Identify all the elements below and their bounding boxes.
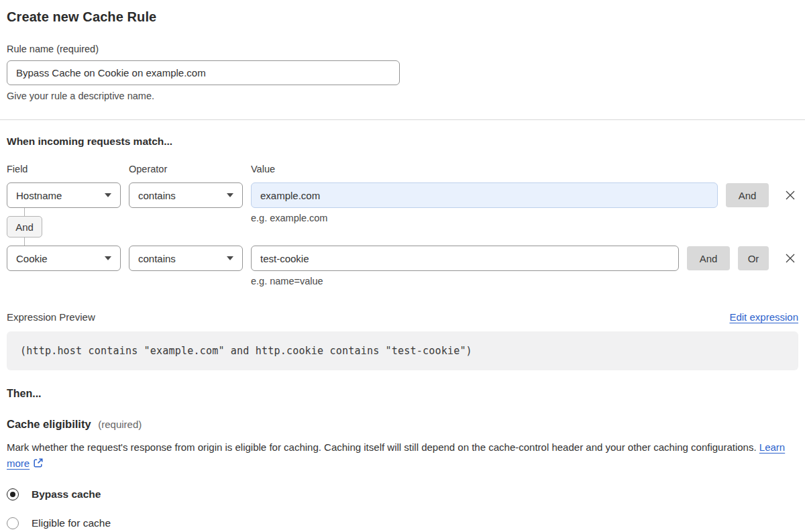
chevron-down-icon [227, 193, 233, 197]
connector-line [24, 208, 25, 216]
chevron-down-icon [105, 193, 111, 197]
condition-row-1: Hostname contains And [7, 182, 798, 208]
radio-label: Bypass cache [32, 488, 101, 500]
value-hint: e.g. name=value [251, 276, 323, 286]
field-select[interactable]: Hostname [7, 182, 121, 208]
value-input[interactable] [251, 246, 679, 271]
remove-condition-button[interactable] [782, 250, 798, 266]
remove-condition-button[interactable] [782, 187, 798, 203]
radio-unselected-icon[interactable] [7, 517, 19, 529]
operator-select[interactable]: contains [129, 246, 243, 271]
field-column-label: Field [7, 164, 121, 174]
cache-eligibility-description: Mark whether the request's response from… [7, 439, 786, 472]
expression-code-block: (http.host contains "example.com" and ht… [7, 331, 798, 370]
hint-band: e.g. name=value [7, 271, 798, 287]
edit-expression-link[interactable]: Edit expression [729, 311, 798, 323]
cache-eligibility-heading: Cache eligibility (required) [7, 418, 798, 431]
condition-row-2: Cookie contains And Or [7, 246, 798, 271]
add-or-condition-button[interactable]: Or [738, 246, 769, 270]
create-cache-rule-page: Create new Cache Rule Rule name (require… [0, 0, 805, 532]
value-hint: e.g. example.com [251, 213, 327, 223]
option-eligible-for-cache[interactable]: Eligible for cache [7, 517, 111, 529]
radio-label: Eligible for cache [32, 517, 111, 529]
x-icon [784, 189, 797, 202]
cache-eligibility-title: Cache eligibility [7, 418, 91, 430]
description-text: Mark whether the request's response from… [7, 441, 757, 453]
connector-line [24, 237, 25, 246]
add-and-condition-button[interactable]: And [726, 183, 769, 207]
page-title: Create new Cache Rule [7, 9, 798, 25]
option-bypass-cache[interactable]: Bypass cache [7, 488, 101, 500]
external-link-icon [33, 458, 44, 468]
section-divider [0, 119, 805, 120]
operator-select[interactable]: contains [129, 182, 243, 208]
operator-select-value: contains [138, 190, 176, 201]
field-select-value: Cookie [16, 253, 48, 264]
rule-name-helper: Give your rule a descriptive name. [7, 91, 798, 101]
condition-column-headers: Field Operator Value [7, 164, 798, 174]
rule-name-label: Rule name (required) [7, 44, 798, 54]
x-icon [784, 252, 797, 265]
expression-preview-header: Expression Preview Edit expression [7, 311, 798, 323]
radio-selected-icon[interactable] [7, 488, 19, 500]
value-column-label: Value [251, 164, 275, 174]
value-input[interactable] [251, 182, 718, 208]
chevron-down-icon [105, 256, 111, 260]
chevron-down-icon [227, 256, 233, 260]
connector-band: And e.g. example.com [7, 208, 798, 246]
field-select-value: Hostname [16, 190, 62, 201]
expression-preview-label: Expression Preview [7, 311, 95, 323]
operator-select-value: contains [138, 253, 176, 264]
required-note: (required) [98, 419, 142, 430]
match-heading: When incoming requests match... [7, 136, 798, 148]
then-heading: Then... [7, 388, 798, 400]
connector-and-button[interactable]: And [7, 216, 42, 237]
operator-column-label: Operator [129, 164, 243, 174]
field-select[interactable]: Cookie [7, 246, 121, 271]
rule-name-input[interactable] [7, 60, 400, 85]
add-and-condition-button[interactable]: And [687, 246, 730, 270]
